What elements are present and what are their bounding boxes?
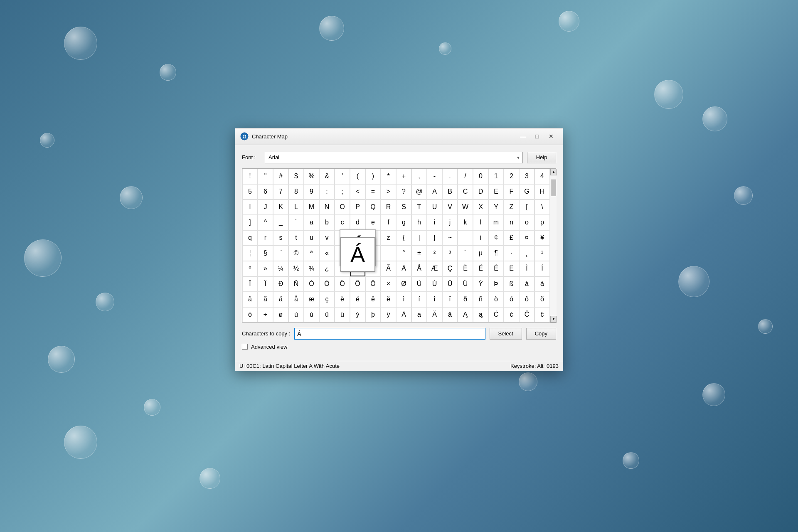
maximize-button[interactable]: □ <box>530 131 544 142</box>
scroll-thumb[interactable] <box>551 180 556 196</box>
char-cell[interactable]: i <box>427 215 442 230</box>
char-cell[interactable]: 5 <box>242 184 258 200</box>
char-cell[interactable]: ą <box>473 307 488 323</box>
char-cell[interactable]: n <box>504 215 519 230</box>
char-cell[interactable]: L <box>288 200 304 215</box>
char-cell[interactable]: ö <box>242 307 258 323</box>
char-cell[interactable]: ÿ <box>381 307 396 323</box>
char-cell[interactable]: + <box>396 169 411 184</box>
char-cell[interactable]: b <box>319 215 335 230</box>
char-cell[interactable]: A <box>427 184 442 200</box>
char-cell[interactable]: Ă <box>427 307 442 323</box>
char-cell[interactable]: Ó <box>319 276 335 292</box>
char-cell[interactable]: ± <box>411 246 427 261</box>
char-cell[interactable]: , <box>411 169 427 184</box>
char-cell[interactable]: f <box>381 215 396 230</box>
char-cell[interactable]: . <box>442 169 458 184</box>
char-cell[interactable]: ß <box>504 276 519 292</box>
char-cell[interactable]: 7 <box>273 184 288 200</box>
char-cell[interactable]: s <box>273 230 288 246</box>
char-cell[interactable]: Ã <box>381 261 396 276</box>
char-cell[interactable]: P <box>350 200 365 215</box>
font-dropdown[interactable]: Arial Times New Roman Courier New Verdan… <box>265 152 523 163</box>
char-cell[interactable]: ` <box>288 215 304 230</box>
char-cell[interactable]: Ā <box>396 307 411 323</box>
char-cell[interactable]: û <box>319 307 335 323</box>
char-cell[interactable]: ì <box>396 292 411 307</box>
char-cell[interactable]: « <box>319 246 335 261</box>
char-cell[interactable]: E <box>488 184 504 200</box>
char-cell[interactable]: \ <box>534 200 550 215</box>
char-cell[interactable]: ó <box>504 292 519 307</box>
char-cell[interactable]: k <box>458 215 473 230</box>
char-cell[interactable]: Ï <box>258 276 273 292</box>
char-cell[interactable]: ¶ <box>488 246 504 261</box>
copy-button[interactable]: Copy <box>526 328 556 340</box>
char-cell[interactable]: § <box>258 246 273 261</box>
char-cell[interactable]: ~ <box>442 230 458 246</box>
char-cell[interactable]: ^ <box>258 215 273 230</box>
char-cell[interactable]: Þ <box>488 276 504 292</box>
char-cell[interactable]: @ <box>411 184 427 200</box>
char-cell[interactable]: Õ <box>350 276 365 292</box>
char-cell[interactable]: - <box>427 169 442 184</box>
char-cell[interactable]: Ä <box>396 261 411 276</box>
char-cell[interactable]: * <box>381 169 396 184</box>
char-cell[interactable]: Y <box>488 200 504 215</box>
help-button[interactable]: Help <box>527 152 556 163</box>
char-cell[interactable]: u <box>304 230 319 246</box>
char-cell[interactable]: { <box>396 230 411 246</box>
minimize-button[interactable]: — <box>516 131 530 142</box>
scrollbar[interactable]: ▲ ▼ <box>550 169 557 323</box>
advanced-view-label[interactable]: Advanced view <box>251 344 287 350</box>
char-cell[interactable]: C <box>458 184 473 200</box>
char-cell[interactable]: 9 <box>304 184 319 200</box>
char-cell[interactable]: ĉ <box>534 307 550 323</box>
char-cell[interactable]: [ <box>519 200 534 215</box>
char-cell[interactable]: Ĉ <box>519 307 534 323</box>
char-cell[interactable]: ù <box>288 307 304 323</box>
char-cell[interactable]: ú <box>304 307 319 323</box>
char-cell[interactable]: 4 <box>534 169 550 184</box>
char-cell[interactable]: ] <box>242 215 258 230</box>
char-cell[interactable]: V <box>442 200 458 215</box>
char-cell[interactable]: R <box>381 200 396 215</box>
char-cell[interactable]: ¸ <box>519 246 534 261</box>
char-cell[interactable]: Z <box>504 200 519 215</box>
char-cell[interactable]: î <box>427 292 442 307</box>
char-cell[interactable]: Ą <box>458 307 473 323</box>
char-cell[interactable]: 0 <box>473 169 488 184</box>
char-cell[interactable]: ¼ <box>273 261 288 276</box>
char-cell[interactable]: Ê <box>488 261 504 276</box>
char-cell[interactable]: ½ <box>288 261 304 276</box>
char-cell[interactable]: þ <box>365 307 381 323</box>
advanced-view-checkbox[interactable] <box>242 344 248 350</box>
char-cell[interactable]: z <box>381 230 396 246</box>
char-cell[interactable]: / <box>458 169 473 184</box>
char-cell[interactable]: Ç <box>442 261 458 276</box>
char-cell[interactable]: ³ <box>442 246 458 261</box>
char-cell[interactable]: ă <box>442 307 458 323</box>
char-cell[interactable]: U <box>427 200 442 215</box>
char-cell[interactable]: " <box>258 169 273 184</box>
char-cell[interactable]: Ö <box>365 276 381 292</box>
char-cell[interactable]: 3 <box>519 169 534 184</box>
char-cell[interactable]: Ý <box>473 276 488 292</box>
char-cell[interactable]: ¯ <box>381 246 396 261</box>
char-cell[interactable]: Æ <box>427 261 442 276</box>
char-cell[interactable]: g <box>396 215 411 230</box>
char-cell[interactable]: % <box>304 169 319 184</box>
char-cell[interactable]: £ <box>504 230 519 246</box>
char-cell[interactable]: Ù <box>411 276 427 292</box>
char-cell[interactable]: ò <box>488 292 504 307</box>
char-cell[interactable]: W <box>458 200 473 215</box>
char-cell[interactable]: Q <box>365 200 381 215</box>
char-cell[interactable]: ä <box>273 292 288 307</box>
scroll-up-button[interactable]: ▲ <box>550 169 557 175</box>
char-cell[interactable]: à <box>519 276 534 292</box>
char-cell[interactable]: = <box>365 184 381 200</box>
char-cell[interactable]: Û <box>442 276 458 292</box>
char-cell[interactable]: ë <box>381 292 396 307</box>
char-cell[interactable]: ? <box>396 184 411 200</box>
char-cell[interactable]: 2 <box>504 169 519 184</box>
